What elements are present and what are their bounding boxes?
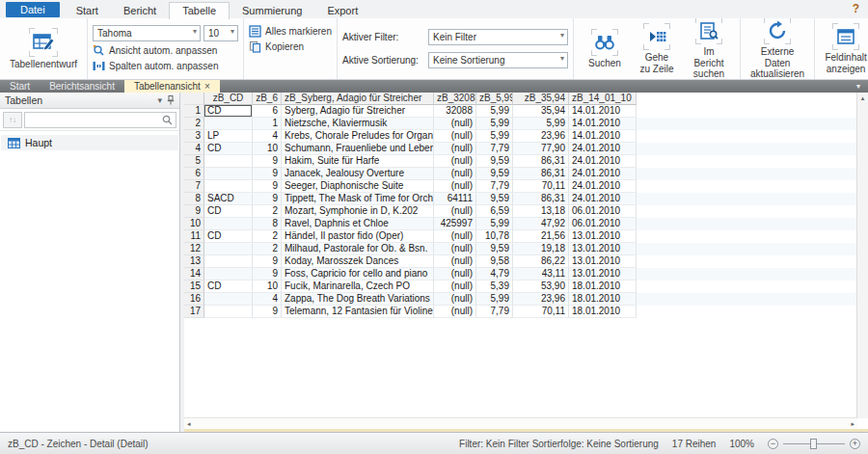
cell[interactable]: 24.01.2010 bbox=[569, 180, 637, 193]
cell[interactable]: 23,96 bbox=[513, 130, 569, 143]
cell[interactable]: 14.01.2010 bbox=[569, 130, 637, 143]
cell[interactable]: Händel, Il pastor fido (Oper) bbox=[282, 230, 434, 243]
cell[interactable]: 13.01.2010 bbox=[569, 255, 637, 268]
cell[interactable]: Ravel, Daphnis et Chloe bbox=[282, 218, 434, 230]
doc-tab-start[interactable]: Start bbox=[0, 80, 40, 93]
cell[interactable]: 5,99 bbox=[476, 118, 513, 130]
table-row[interactable]: 149Foss, Capricio for cello and piano(nu… bbox=[184, 268, 868, 280]
cell[interactable]: 53,90 bbox=[513, 280, 569, 293]
cell[interactable]: Tippett, The Mask of Time for Orch. bbox=[282, 193, 434, 205]
cell[interactable]: Hakim, Suite für Harfe bbox=[282, 155, 434, 168]
cell[interactable] bbox=[204, 243, 253, 255]
cell[interactable]: 10,78 bbox=[476, 230, 513, 243]
scroll-left-icon[interactable]: ◂ bbox=[187, 420, 191, 428]
cell[interactable]: (null) bbox=[434, 230, 476, 243]
doc-tab-berichtsansicht[interactable]: Berichtsansicht bbox=[40, 80, 124, 93]
tab-bericht[interactable]: Bericht bbox=[111, 3, 169, 18]
cell[interactable]: 425997 bbox=[434, 218, 476, 230]
cell[interactable]: 19,18 bbox=[513, 243, 569, 255]
cell[interactable]: (null) bbox=[434, 155, 476, 168]
table-row[interactable]: 69Janacek, Jealousy Overture(null)9,5986… bbox=[184, 168, 868, 180]
cell[interactable]: 77,90 bbox=[513, 143, 569, 155]
cell[interactable]: 13.01.2010 bbox=[569, 243, 637, 255]
table-row[interactable]: 1CD6Syberg, Adagio für Streicher320885,9… bbox=[184, 105, 868, 118]
cell[interactable]: Seeger, Diaphonische Suite bbox=[282, 180, 434, 193]
cell[interactable]: 4 bbox=[253, 130, 282, 143]
cell[interactable]: (null) bbox=[434, 243, 476, 255]
cell[interactable]: 7,79 bbox=[476, 306, 513, 318]
cell[interactable]: 9 bbox=[253, 193, 282, 205]
externe-daten-button[interactable]: Externe Daten aktualisieren bbox=[746, 16, 809, 81]
cell[interactable] bbox=[204, 293, 253, 306]
horizontal-scrollbar[interactable]: ◂ ▸ bbox=[184, 417, 857, 429]
cell[interactable]: 1 bbox=[253, 118, 282, 130]
cell[interactable] bbox=[204, 168, 253, 180]
cell[interactable]: 5,99 bbox=[513, 118, 569, 130]
column-header[interactable]: zB_5,99 bbox=[476, 93, 513, 105]
cell[interactable]: 24.01.2010 bbox=[569, 155, 637, 168]
cell[interactable]: 4 bbox=[253, 293, 282, 306]
cell[interactable]: 86,22 bbox=[513, 255, 569, 268]
cell[interactable]: 7,79 bbox=[476, 180, 513, 193]
table-row[interactable]: 122Milhaud, Pastorale for Ob. & Bsn.(nul… bbox=[184, 243, 868, 255]
scroll-right-icon[interactable]: ▸ bbox=[851, 420, 854, 428]
cell[interactable]: 35,94 bbox=[513, 105, 569, 118]
cell[interactable]: 9 bbox=[253, 155, 282, 168]
tab-summierung[interactable]: Summierung bbox=[230, 3, 314, 18]
doc-tab-tabellenansicht[interactable]: Tabellenansicht × bbox=[124, 80, 220, 93]
im-bericht-suchen-button[interactable]: Im Bericht suchen bbox=[683, 16, 735, 81]
column-header[interactable]: zB_CD bbox=[204, 93, 253, 105]
cell[interactable]: (null) bbox=[434, 168, 476, 180]
cell[interactable]: 18.01.2010 bbox=[569, 293, 637, 306]
cell[interactable] bbox=[204, 155, 253, 168]
ansicht-anpassen-button[interactable]: Ansicht autom. anpassen bbox=[93, 44, 238, 57]
table-row[interactable]: 59Hakim, Suite für Harfe(null)9,5986,312… bbox=[184, 155, 868, 168]
cell[interactable]: Janacek, Jealousy Overture bbox=[282, 168, 434, 180]
cell[interactable]: Telemann, 12 Fantasien für Violine bbox=[282, 306, 434, 318]
cell[interactable]: SACD bbox=[204, 193, 253, 205]
cell[interactable]: 18.01.2010 bbox=[569, 280, 637, 293]
tab-overflow-icon[interactable]: ▾ bbox=[856, 80, 860, 93]
cell[interactable]: 6,59 bbox=[476, 205, 513, 218]
cell[interactable]: 18.01.2010 bbox=[569, 306, 637, 318]
chevron-down-icon[interactable]: ▾ bbox=[157, 96, 162, 105]
cell[interactable]: 24.01.2010 bbox=[569, 168, 637, 180]
table-row[interactable]: 164Zappa, The Dog Breath Variations(null… bbox=[184, 293, 868, 306]
cell[interactable]: Zappa, The Dog Breath Variations bbox=[282, 293, 434, 306]
vertical-scrollbar[interactable]: ▴ bbox=[856, 93, 868, 418]
cell[interactable]: (null) bbox=[434, 255, 476, 268]
table-row[interactable]: 11CD2Händel, Il pastor fido (Oper)(null)… bbox=[184, 230, 868, 243]
cell[interactable]: 43,11 bbox=[513, 268, 569, 280]
cell[interactable]: 5,99 bbox=[476, 130, 513, 143]
cell[interactable]: Krebs, Chorale Preludes for Organ bbox=[282, 130, 434, 143]
cell[interactable]: 9,59 bbox=[476, 193, 513, 205]
column-header[interactable]: zB_32088 bbox=[434, 93, 476, 105]
cell[interactable]: CD bbox=[204, 143, 253, 155]
cell[interactable]: 24.01.2010 bbox=[569, 143, 637, 155]
cell[interactable]: 9 bbox=[253, 180, 282, 193]
cell[interactable]: Fucik, Marinarella, Czech PO bbox=[282, 280, 434, 293]
cell[interactable]: 9,58 bbox=[476, 255, 513, 268]
close-icon[interactable]: × bbox=[204, 81, 210, 93]
table-row[interactable]: 3LP4Krebs, Chorale Preludes for Organ(nu… bbox=[184, 130, 868, 143]
cell[interactable]: 9,59 bbox=[476, 155, 513, 168]
gehe-zu-zeile-button[interactable]: Gehe zu Zeile bbox=[631, 22, 683, 76]
column-header[interactable]: zB_14_01_10 bbox=[569, 93, 637, 105]
cell[interactable]: 13,18 bbox=[513, 205, 569, 218]
kopieren-button[interactable]: Kopieren bbox=[249, 40, 332, 53]
cell[interactable]: CD bbox=[204, 205, 253, 218]
cell[interactable]: 9 bbox=[253, 306, 282, 318]
cell[interactable]: LP bbox=[204, 130, 253, 143]
cell[interactable]: (null) bbox=[434, 280, 476, 293]
cell[interactable]: 24.01.2010 bbox=[569, 193, 637, 205]
cell[interactable]: 4,79 bbox=[476, 268, 513, 280]
feldinhalt-button[interactable]: Feldinhalt anzeigen bbox=[820, 22, 868, 76]
cell[interactable]: CD bbox=[204, 280, 253, 293]
cell[interactable]: 5,99 bbox=[476, 105, 513, 118]
tab-start[interactable]: Start bbox=[64, 3, 111, 18]
search-icon[interactable] bbox=[159, 115, 176, 125]
cell[interactable]: 23,96 bbox=[513, 293, 569, 306]
cell[interactable]: CD bbox=[204, 105, 253, 118]
column-header[interactable]: zB_6 bbox=[253, 93, 282, 105]
cell[interactable] bbox=[204, 118, 253, 130]
